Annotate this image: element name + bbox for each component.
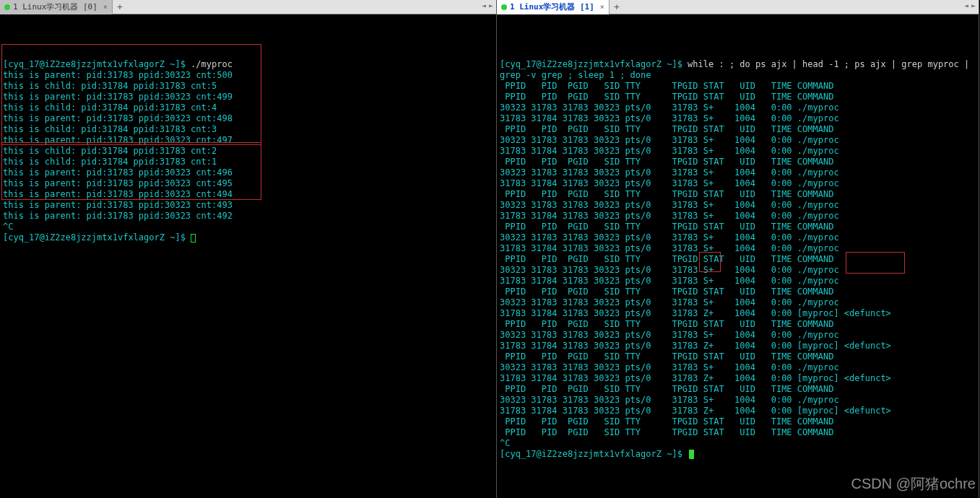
close-icon[interactable]: ×: [600, 3, 604, 11]
terminal-line: this is parent: pid:31783 ppid:30323 cnt…: [3, 167, 493, 178]
close-icon[interactable]: ×: [103, 3, 108, 11]
terminal-line: 30323 31783 31783 30323 pts/0 31783 S+ 1…: [500, 265, 976, 276]
terminal-line: 31783 31784 31783 30323 pts/0 31783 S+ 1…: [500, 146, 976, 157]
prompt-line: [cyq_17@iZ2ze8jzzjmtx1vfxlagorZ ~]$: [3, 232, 493, 243]
terminal-line: 30323 31783 31783 30323 pts/0 31783 S+ 1…: [500, 135, 976, 146]
terminal-line: 30323 31783 31783 30323 pts/0 31783 S+ 1…: [500, 362, 976, 373]
terminal-line: 31783 31784 31783 30323 pts/0 31783 S+ 1…: [500, 276, 976, 287]
terminal-line: this is parent: pid:31783 ppid:30323 cnt…: [3, 189, 493, 200]
left-pane: 1 Linux学习机器 [0] × + ◄ ► [cyq_17@iZ2ze8jz…: [0, 0, 497, 498]
status-dot-icon: [4, 4, 10, 10]
terminal-line: 30323 31783 31783 30323 pts/0 31783 S+ 1…: [500, 200, 976, 211]
tabbar-nav-arrows: ◄ ►: [482, 1, 493, 9]
workspace: 1 Linux学习机器 [0] × + ◄ ► [cyq_17@iZ2ze8jz…: [0, 0, 980, 498]
terminal-line: 30323 31783 31783 30323 pts/0 31783 S+ 1…: [500, 102, 976, 113]
terminal-line: ^C: [3, 222, 493, 232]
terminal-line: 30323 31783 31783 30323 pts/0 31783 S+ 1…: [500, 167, 976, 178]
terminal-line: 31783 31784 31783 30323 pts/0 31783 S+ 1…: [500, 178, 976, 189]
tabbar-left: 1 Linux学习机器 [0] × + ◄ ►: [0, 0, 496, 14]
prompt-line: [cyq_17@iZ2ze8jzzjmtx1vfxlagorZ ~]$ ./my…: [3, 59, 493, 70]
arrow-right-icon[interactable]: ►: [971, 1, 976, 9]
terminal-line: 31783 31784 31783 30323 pts/0 31783 Z+ 1…: [500, 341, 976, 351]
terminal-line: this is parent: pid:31783 ppid:30323 cnt…: [3, 92, 493, 102]
terminal-line: 31783 31784 31783 30323 pts/0 31783 S+ 1…: [500, 113, 976, 124]
terminal-line: PPID PID PGID SID TTY TPGID STAT UID TIM…: [500, 287, 976, 297]
prompt-line: [cyq_17@iZ2ze8jzzjmtx1vfxlagorZ ~]$: [500, 449, 976, 460]
terminal-line: this is child: pid:31784 ppid:31783 cnt:…: [3, 102, 493, 113]
terminal-line: grep -v grep ; sleep 1 ; done: [500, 70, 976, 81]
terminal-line: this is parent: pid:31783 ppid:30323 cnt…: [3, 211, 493, 222]
terminal-line: ^C: [500, 438, 976, 449]
terminal-left[interactable]: [cyq_17@iZ2ze8jzzjmtx1vfxlagorZ ~]$ ./my…: [0, 14, 496, 498]
tabbar-right: 1 Linux学习机器 [1] × + ◄ ►: [497, 0, 979, 14]
terminal-right[interactable]: [cyq_17@iZ2ze8jzzjmtx1vfxlagorZ ~]$ whil…: [497, 14, 979, 498]
terminal-line: PPID PID PGID SID TTY TPGID STAT UID TIM…: [500, 384, 976, 395]
terminal-line: this is parent: pid:31783 ppid:30323 cnt…: [3, 113, 493, 124]
add-tab-button[interactable]: +: [113, 1, 127, 12]
terminal-line: PPID PID PGID SID TTY TPGID STAT UID TIM…: [500, 351, 976, 362]
tab-title: 1 Linux学习机器 [1]: [510, 1, 594, 12]
terminal-line: 31783 31784 31783 30323 pts/0 31783 S+ 1…: [500, 211, 976, 222]
terminal-line: this is parent: pid:31783 ppid:30323 cnt…: [3, 200, 493, 211]
terminal-line: PPID PID PGID SID TTY TPGID STAT UID TIM…: [500, 92, 976, 102]
right-pane: 1 Linux学习机器 [1] × + ◄ ► [cyq_17@iZ2ze8jz…: [497, 0, 979, 498]
terminal-line: this is parent: pid:31783 ppid:30323 cnt…: [3, 135, 493, 146]
terminal-line: PPID PID PGID SID TTY TPGID STAT UID TIM…: [500, 189, 976, 200]
terminal-line: PPID PID PGID SID TTY TPGID STAT UID TIM…: [500, 427, 976, 438]
terminal-line: 31783 31784 31783 30323 pts/0 31783 Z+ 1…: [500, 406, 976, 416]
arrow-left-icon[interactable]: ◄: [482, 1, 486, 9]
terminal-line: 30323 31783 31783 30323 pts/0 31783 S+ 1…: [500, 395, 976, 406]
terminal-line: this is parent: pid:31783 ppid:30323 cnt…: [3, 70, 493, 81]
terminal-line: PPID PID PGID SID TTY TPGID STAT UID TIM…: [500, 81, 976, 92]
terminal-line: PPID PID PGID SID TTY TPGID STAT UID TIM…: [500, 416, 976, 427]
add-tab-button[interactable]: +: [610, 1, 624, 12]
status-dot-icon: [501, 4, 507, 10]
prompt-line: [cyq_17@iZ2ze8jzzjmtx1vfxlagorZ ~]$ whil…: [500, 59, 976, 70]
tabbar-nav-arrows: ◄ ►: [964, 1, 976, 9]
terminal-line: this is child: pid:31784 ppid:31783 cnt:…: [3, 81, 493, 92]
tab-left-0[interactable]: 1 Linux学习机器 [0] ×: [0, 0, 113, 14]
terminal-line: PPID PID PGID SID TTY TPGID STAT UID TIM…: [500, 319, 976, 330]
arrow-left-icon[interactable]: ◄: [964, 1, 968, 9]
terminal-line: PPID PID PGID SID TTY TPGID STAT UID TIM…: [500, 222, 976, 232]
terminal-line: this is parent: pid:31783 ppid:30323 cnt…: [3, 178, 493, 189]
terminal-line: 31783 31784 31783 30323 pts/0 31783 Z+ 1…: [500, 373, 976, 384]
terminal-line: 30323 31783 31783 30323 pts/0 31783 S+ 1…: [500, 297, 976, 308]
terminal-line: PPID PID PGID SID TTY TPGID STAT UID TIM…: [500, 254, 976, 265]
terminal-line: 30323 31783 31783 30323 pts/0 31783 S+ 1…: [500, 232, 976, 243]
terminal-line: this is child: pid:31784 ppid:31783 cnt:…: [3, 157, 493, 167]
terminal-line: 30323 31783 31783 30323 pts/0 31783 S+ 1…: [500, 330, 976, 341]
tab-title: 1 Linux学习机器 [0]: [13, 1, 97, 12]
terminal-line: 31783 31784 31783 30323 pts/0 31783 Z+ 1…: [500, 308, 976, 319]
arrow-right-icon[interactable]: ►: [489, 1, 493, 9]
tab-right-0[interactable]: 1 Linux学习机器 [1] ×: [497, 0, 610, 14]
terminal-line: PPID PID PGID SID TTY TPGID STAT UID TIM…: [500, 157, 976, 167]
terminal-line: 31783 31784 31783 30323 pts/0 31783 S+ 1…: [500, 243, 976, 254]
terminal-line: this is child: pid:31784 ppid:31783 cnt:…: [3, 124, 493, 135]
watermark: CSDN @阿猪ochre: [851, 474, 976, 494]
terminal-line: PPID PID PGID SID TTY TPGID STAT UID TIM…: [500, 124, 976, 135]
terminal-line: this is child: pid:31784 ppid:31783 cnt:…: [3, 146, 493, 157]
